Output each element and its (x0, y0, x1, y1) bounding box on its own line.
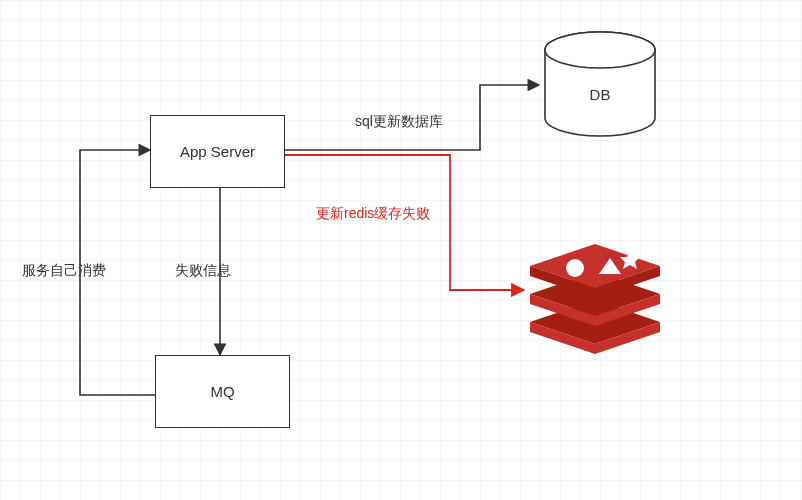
node-app-server: App Server (150, 115, 285, 188)
edge-label-to-redis: 更新redis缓存失败 (316, 205, 430, 223)
svg-point-1 (545, 32, 655, 68)
edge-label-mq-back: 服务自己消费 (22, 262, 106, 280)
node-app-server-label: App Server (180, 143, 255, 160)
edge-label-to-db: sql更新数据库 (355, 113, 443, 131)
diagram-edges (0, 0, 802, 500)
svg-point-8 (566, 259, 584, 277)
node-mq: MQ (155, 355, 290, 428)
redis-icon (525, 230, 665, 355)
node-db-label: DB (590, 86, 611, 103)
node-db: DB (540, 30, 660, 140)
node-mq-label: MQ (210, 383, 234, 400)
edge-label-to-mq: 失败信息 (175, 262, 231, 280)
